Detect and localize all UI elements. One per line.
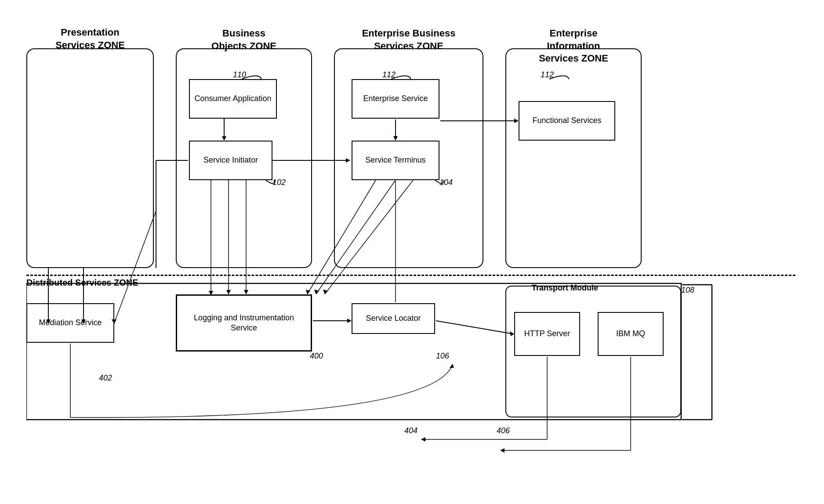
svg-marker-11 <box>226 290 231 294</box>
ref-402: 402 <box>99 373 112 383</box>
information-zone-title: EnterpriseInformationServices ZONE <box>506 27 641 65</box>
distributed-zone-label: Distributed Services ZONE <box>26 278 138 288</box>
http-server-box: HTTP Server <box>514 312 580 356</box>
ref-406: 406 <box>497 426 510 435</box>
ref-104: 104 <box>439 178 453 187</box>
ref-110: 110 <box>233 70 246 80</box>
ref-106: 106 <box>436 352 449 361</box>
ref-102: 102 <box>272 178 286 187</box>
svg-marker-27 <box>347 319 352 323</box>
svg-marker-34 <box>421 437 425 442</box>
zone-separator <box>26 275 795 276</box>
service-locator-box: Service Locator <box>352 303 435 334</box>
ref-112-ent: 112 <box>382 70 396 80</box>
logging-service-box: Logging and Instrumentation Service <box>176 294 312 352</box>
business-zone-title: BusinessObjects ZONE <box>177 27 311 52</box>
ref-404: 404 <box>404 426 417 435</box>
ref-112-info: 112 <box>541 70 554 80</box>
svg-marker-13 <box>244 290 248 294</box>
presentation-zone-title: PresentationServices ZONE <box>27 26 153 51</box>
svg-marker-19 <box>323 290 328 294</box>
information-zone: EnterpriseInformationServices ZONE <box>505 48 642 268</box>
service-initiator-box: Service Initiator <box>189 141 272 180</box>
svg-marker-15 <box>306 290 310 294</box>
ibm-mq-box: IBM MQ <box>598 312 664 356</box>
transport-module-title: Transport Module <box>532 283 598 293</box>
svg-marker-17 <box>314 290 319 294</box>
enterprise-zone-title: Enterprise BusinessServices ZONE <box>335 27 483 52</box>
service-terminus-box: Service Terminus <box>352 141 439 180</box>
ref-108: 108 <box>681 286 694 295</box>
enterprise-service-box: Enterprise Service <box>352 79 439 119</box>
mediation-service-box: Mediation Service <box>26 303 114 343</box>
ref-400: 400 <box>310 352 323 361</box>
consumer-application-box: Consumer Application <box>189 79 277 119</box>
presentation-zone: PresentationServices ZONE <box>26 48 154 268</box>
svg-line-24 <box>436 321 513 334</box>
svg-marker-37 <box>500 448 505 453</box>
svg-marker-31 <box>450 364 454 368</box>
functional-services-box: Functional Services <box>519 101 615 141</box>
